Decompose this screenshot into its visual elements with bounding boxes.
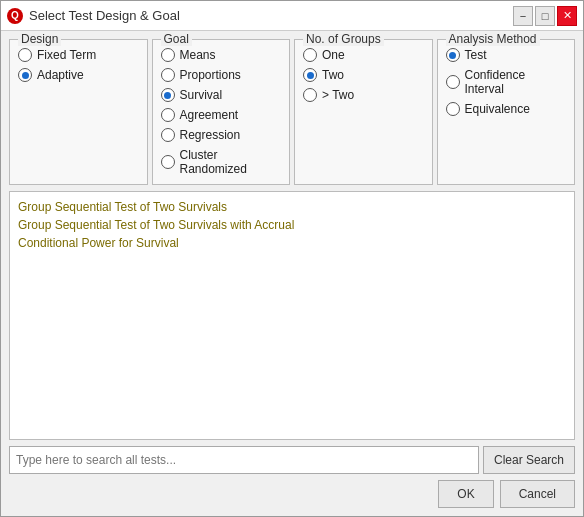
title-bar: Q Select Test Design & Goal − □ ✕	[1, 1, 583, 31]
radio-test-label: Test	[465, 48, 487, 62]
top-panels: Design Fixed Term Adaptive Goal Means	[9, 39, 575, 185]
radio-two-label: Two	[322, 68, 344, 82]
radio-two[interactable]: Two	[303, 68, 424, 82]
cancel-button[interactable]: Cancel	[500, 480, 575, 508]
radio-fixed-term-indicator	[18, 48, 32, 62]
radio-regression-indicator	[161, 128, 175, 142]
radio-confidence-interval-indicator	[446, 75, 460, 89]
radio-adaptive[interactable]: Adaptive	[18, 68, 139, 82]
radio-adaptive-indicator	[18, 68, 32, 82]
result-item-0[interactable]: Group Sequential Test of Two Survivals	[18, 200, 566, 214]
radio-two-indicator	[303, 68, 317, 82]
radio-agreement[interactable]: Agreement	[161, 108, 282, 122]
radio-equivalence-label: Equivalence	[465, 102, 530, 116]
results-panel: Group Sequential Test of Two Survivals G…	[9, 191, 575, 440]
bottom-row: OK Cancel	[9, 480, 575, 508]
radio-equivalence[interactable]: Equivalence	[446, 102, 567, 116]
radio-one-label: One	[322, 48, 345, 62]
goal-panel: Goal Means Proportions Survival Agreemen…	[152, 39, 291, 185]
radio-adaptive-label: Adaptive	[37, 68, 84, 82]
radio-means-label: Means	[180, 48, 216, 62]
goal-label: Goal	[161, 32, 192, 46]
radio-regression[interactable]: Regression	[161, 128, 282, 142]
radio-means-indicator	[161, 48, 175, 62]
radio-test[interactable]: Test	[446, 48, 567, 62]
analysis-panel: Analysis Method Test Confidence Interval…	[437, 39, 576, 185]
clear-search-button[interactable]: Clear Search	[483, 446, 575, 474]
groups-label: No. of Groups	[303, 32, 384, 46]
radio-one[interactable]: One	[303, 48, 424, 62]
radio-proportions[interactable]: Proportions	[161, 68, 282, 82]
radio-equivalence-indicator	[446, 102, 460, 116]
radio-fixed-term[interactable]: Fixed Term	[18, 48, 139, 62]
radio-more-than-two[interactable]: > Two	[303, 88, 424, 102]
radio-one-indicator	[303, 48, 317, 62]
ok-button[interactable]: OK	[438, 480, 493, 508]
radio-fixed-term-label: Fixed Term	[37, 48, 96, 62]
search-row: Clear Search	[9, 446, 575, 474]
radio-agreement-label: Agreement	[180, 108, 239, 122]
radio-cluster-randomized[interactable]: Cluster Randomized	[161, 148, 282, 176]
radio-cluster-randomized-indicator	[161, 155, 175, 169]
title-bar-left: Q Select Test Design & Goal	[7, 8, 180, 24]
window-title: Select Test Design & Goal	[29, 8, 180, 23]
radio-proportions-indicator	[161, 68, 175, 82]
analysis-label: Analysis Method	[446, 32, 540, 46]
radio-regression-label: Regression	[180, 128, 241, 142]
radio-cluster-randomized-label: Cluster Randomized	[180, 148, 282, 176]
radio-survival-label: Survival	[180, 88, 223, 102]
radio-survival[interactable]: Survival	[161, 88, 282, 102]
radio-means[interactable]: Means	[161, 48, 282, 62]
main-content: Design Fixed Term Adaptive Goal Means	[1, 31, 583, 516]
radio-survival-indicator	[161, 88, 175, 102]
main-window: Q Select Test Design & Goal − □ ✕ Design…	[0, 0, 584, 517]
result-item-1[interactable]: Group Sequential Test of Two Survivals w…	[18, 218, 566, 232]
radio-more-than-two-label: > Two	[322, 88, 354, 102]
radio-confidence-interval[interactable]: Confidence Interval	[446, 68, 567, 96]
close-button[interactable]: ✕	[557, 6, 577, 26]
radio-test-indicator	[446, 48, 460, 62]
maximize-button[interactable]: □	[535, 6, 555, 26]
design-label: Design	[18, 32, 61, 46]
radio-confidence-interval-label: Confidence Interval	[465, 68, 567, 96]
radio-proportions-label: Proportions	[180, 68, 241, 82]
groups-panel: No. of Groups One Two > Two	[294, 39, 433, 185]
radio-more-than-two-indicator	[303, 88, 317, 102]
title-buttons: − □ ✕	[513, 6, 577, 26]
app-icon: Q	[7, 8, 23, 24]
search-input[interactable]	[9, 446, 479, 474]
design-panel: Design Fixed Term Adaptive	[9, 39, 148, 185]
result-item-2[interactable]: Conditional Power for Survival	[18, 236, 566, 250]
radio-agreement-indicator	[161, 108, 175, 122]
minimize-button[interactable]: −	[513, 6, 533, 26]
